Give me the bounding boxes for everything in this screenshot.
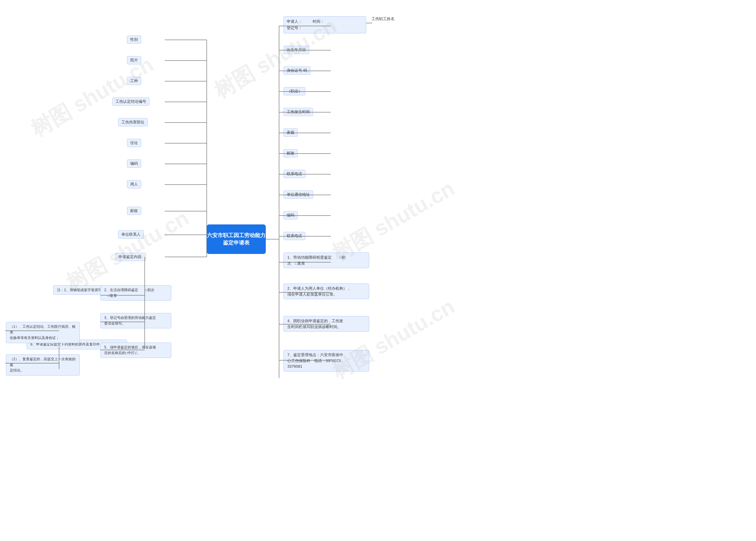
note-item1: （1）、工伤认定结论、工伤医疗病历、检查化验单等有关资料以及身份证； [6, 322, 80, 343]
note-shenghuo: 2、生活自理障碍鉴定 □初次 □复查 [100, 285, 171, 300]
watermark-5: 树图 shutu.cn [327, 292, 460, 385]
branch-chusheng: 出生年月日 [283, 46, 309, 54]
branch-jianding7: 7、鉴定受理地点：六安市医保中心工伤保险科 电话：33760733376081 [283, 350, 369, 371]
note-item2: （2）、复查鉴定的，应提交上一次有效的鉴定结论。 [6, 354, 80, 376]
branch-shenfenzheng: 身份证号 码 [283, 66, 310, 75]
branch-laodong1: 1、劳动功能障碍程度鉴定 □初次 □复查 [283, 253, 369, 268]
connector-lines [0, 0, 756, 541]
branch-lianxidianhua1: 联系电话 [283, 170, 305, 178]
branch-gongshangrending: 工伤认定结论编号 [112, 98, 150, 106]
branch-zhiye: （职业） [283, 87, 305, 95]
branch-bianhao1: 编码 [127, 160, 141, 168]
branch-bianhao2: 编码 [283, 211, 298, 220]
branch-shenqingjueding: 申请鉴定内容: [115, 253, 146, 261]
branch-lianxidianhua2: 联系电话 [283, 232, 305, 240]
branch-zhaopian: 照片 [127, 56, 141, 64]
branch-gongshangshijian: 工伤发生时间 [283, 108, 313, 116]
branch-gongshangbeiwei: 工伤伤害部位 [118, 118, 148, 126]
branch-youzheng2: 邮政 [283, 149, 298, 157]
branch-yongren: 用人 [127, 180, 141, 189]
watermark-3: 树图 shutu.cn [61, 204, 194, 297]
note-xiang5: 5、须申请鉴定的项目，请在该项目的名称后的□中打√。 [100, 342, 171, 358]
branch-jiating: 家庭 [283, 129, 298, 137]
branch-xingbie: 性别 [127, 35, 141, 44]
branch-danweitongxin: 单位通信地址 [283, 191, 313, 199]
branch-gongzhong: 工种 [127, 77, 141, 85]
branch-rinfo: 申请人： 时间： 登记号： [283, 16, 366, 33]
branch-danweilianyxiren: 单位联系人 [118, 230, 144, 239]
central-node: 六安市职工因工劳动能力 鉴定申请表 [207, 225, 266, 254]
right-extra-label: 工伤职工姓名 [371, 16, 395, 22]
branch-zhuzhi: 住址 [127, 139, 141, 147]
branch-youzheng1: 邮政 [127, 207, 141, 215]
branch-yinye4: 4、因职业病申请鉴定的，工伤发生时间栏填写职业病诊断时间。 [283, 316, 369, 331]
branch-shenqingren2: 2、申请人为用人单位（经办机构），须在申请人处加盖单位公章。 [283, 283, 369, 299]
note-dengji: 3、登记号由受理的劳动能力鉴定委员会填写。 [100, 313, 171, 328]
